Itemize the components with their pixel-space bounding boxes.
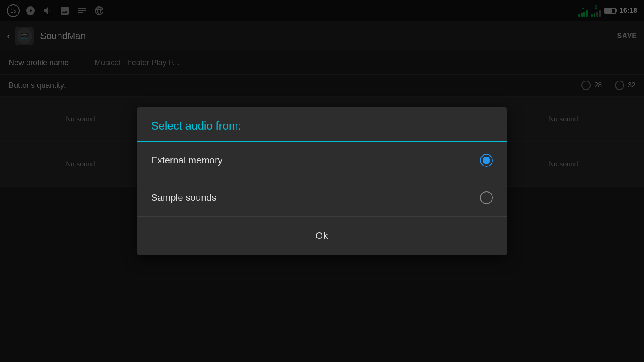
select-audio-dialog: Select audio from: External memory Sampl…: [137, 107, 507, 255]
sample-sounds-label: Sample sounds: [151, 192, 216, 203]
dialog-ok-button[interactable]: Ok: [302, 227, 342, 245]
dialog-title: Select audio from:: [137, 107, 507, 142]
dialog-footer: Ok: [137, 217, 507, 255]
external-memory-option[interactable]: External memory: [137, 142, 507, 179]
dialog-overlay: Select audio from: External memory Sampl…: [0, 0, 644, 362]
sample-sounds-option[interactable]: Sample sounds: [137, 179, 507, 217]
sample-sounds-radio[interactable]: [480, 191, 493, 204]
external-memory-radio[interactable]: [480, 154, 493, 167]
external-memory-label: External memory: [151, 155, 222, 166]
